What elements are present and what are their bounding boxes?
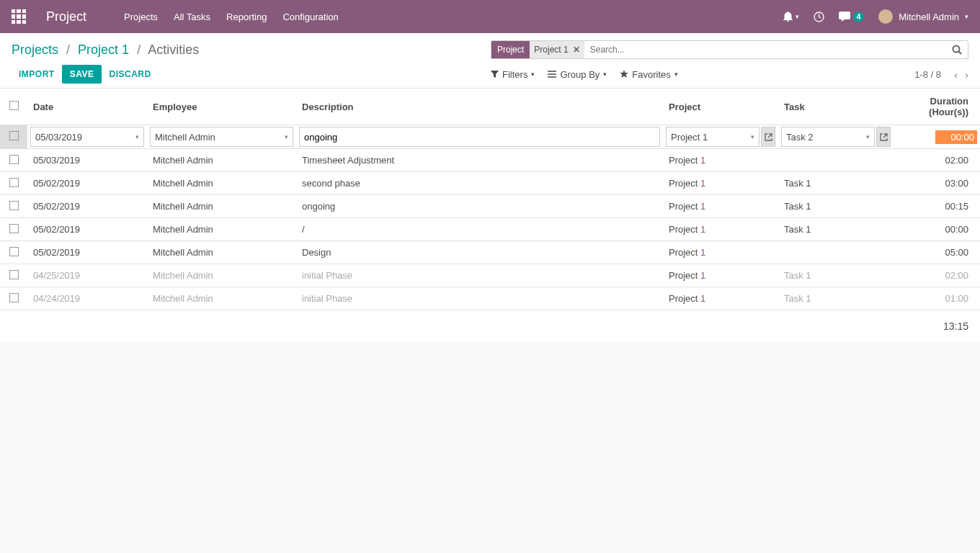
search-icon[interactable] (946, 45, 968, 55)
date-input[interactable]: 05/03/2019▾ (30, 127, 144, 147)
nav-projects[interactable]: Projects (124, 12, 158, 22)
select-all-checkbox[interactable] (9, 101, 19, 110)
cell-duration: 00:00 (894, 218, 980, 241)
row-checkbox[interactable] (9, 247, 19, 256)
col-task[interactable]: Task (778, 89, 894, 125)
search-facet: Project Project 1 ✕ (491, 41, 584, 58)
col-date[interactable]: Date (27, 89, 147, 125)
cell-employee: Mitchell Admin (147, 264, 296, 287)
row-checkbox[interactable] (9, 178, 19, 187)
cell-duration: 02:00 (894, 264, 980, 287)
nav-all-tasks[interactable]: All Tasks (174, 12, 210, 22)
row-checkbox[interactable] (9, 201, 19, 210)
cell-date: 04/25/2019 (27, 264, 147, 287)
breadcrumb-projects[interactable]: Projects (12, 42, 58, 57)
breadcrumb-activities: Activities (148, 42, 199, 57)
pager-prev-icon[interactable]: ‹ (954, 68, 958, 81)
breadcrumb-project-1[interactable]: Project 1 (78, 42, 129, 57)
col-employee[interactable]: Employee (147, 89, 296, 125)
save-button[interactable]: SAVE (62, 65, 102, 84)
total-duration: 13:15 (0, 310, 980, 343)
table-row[interactable]: 04/25/2019Mitchell Admininitial PhasePro… (0, 264, 980, 287)
messages-badge: 4 (853, 12, 865, 22)
edit-row: 05/03/2019▾ Mitchell Admin▾ Project 1▾ T… (0, 125, 980, 149)
cell-duration: 02:00 (894, 149, 980, 172)
cell-date: 05/02/2019 (27, 195, 147, 218)
col-description[interactable]: Description (296, 89, 663, 125)
cell-project: Project 1 (663, 218, 778, 241)
cell-task (778, 241, 894, 264)
col-project[interactable]: Project (663, 89, 778, 125)
facet-value: Project 1 (534, 45, 568, 55)
pager-text[interactable]: 1-8 / 8 (914, 69, 941, 80)
pager-next-icon[interactable]: › (965, 68, 968, 81)
cell-task: Task 1 (778, 264, 894, 287)
messages-icon[interactable]: 4 (839, 12, 865, 22)
row-checkbox[interactable] (9, 293, 19, 302)
table-row[interactable]: 05/02/2019Mitchell Adminsecond phaseProj… (0, 172, 980, 195)
row-checkbox[interactable] (9, 131, 19, 140)
search-input[interactable] (584, 45, 946, 55)
cell-duration: 01:00 (894, 287, 980, 310)
total-row: 13:15 (0, 310, 980, 343)
user-menu[interactable]: Mitchell Admin ▾ (878, 9, 968, 24)
facet-remove-icon[interactable]: ✕ (573, 45, 580, 55)
cell-task: Task 1 (778, 195, 894, 218)
table-row[interactable]: 05/02/2019Mitchell AdminDesignProject 10… (0, 241, 980, 264)
cell-description: / (296, 218, 663, 241)
cell-employee: Mitchell Admin (147, 172, 296, 195)
cell-description: Timesheet Adjustment (296, 149, 663, 172)
bell-icon[interactable]: ▾ (783, 12, 799, 22)
description-input[interactable] (299, 127, 660, 147)
control-panel: Projects / Project 1 / Activities Projec… (0, 33, 980, 89)
cell-description: ongoing (296, 195, 663, 218)
cell-duration: 00:15 (894, 195, 980, 218)
filters-dropdown[interactable]: Filters ▾ (491, 69, 535, 80)
row-checkbox[interactable] (9, 224, 19, 233)
topbar: Project Projects All Tasks Reporting Con… (0, 0, 980, 33)
apps-icon[interactable] (12, 9, 26, 24)
cell-project: Project 1 (663, 172, 778, 195)
duration-input[interactable] (935, 130, 977, 144)
svg-point-1 (953, 46, 960, 53)
favorites-dropdown[interactable]: Favorites ▾ (620, 69, 677, 80)
cell-project: Project 1 (663, 241, 778, 264)
table-row[interactable]: 05/02/2019Mitchell Admin/Project 1Task 1… (0, 218, 980, 241)
cell-description: initial Phase (296, 287, 663, 310)
groupby-label: Group By (560, 69, 600, 80)
table-row[interactable]: 04/24/2019Mitchell Admininitial PhasePro… (0, 287, 980, 310)
favorites-label: Favorites (632, 69, 670, 80)
row-checkbox[interactable] (9, 155, 19, 164)
groupby-dropdown[interactable]: Group By ▾ (548, 69, 607, 80)
row-checkbox[interactable] (9, 270, 19, 279)
cell-description: second phase (296, 172, 663, 195)
task-select[interactable]: Task 2▾ (781, 127, 875, 147)
cell-date: 05/02/2019 (27, 218, 147, 241)
cell-date: 05/03/2019 (27, 149, 147, 172)
search-box[interactable]: Project Project 1 ✕ (491, 40, 968, 59)
table-row[interactable]: 05/03/2019Mitchell AdminTimesheet Adjust… (0, 149, 980, 172)
cell-task: Task 1 (778, 287, 894, 310)
cell-description: initial Phase (296, 264, 663, 287)
clock-icon[interactable] (814, 12, 824, 22)
import-button[interactable]: IMPORT (12, 65, 62, 84)
employee-select[interactable]: Mitchell Admin▾ (150, 127, 293, 147)
cell-task (778, 149, 894, 172)
cell-duration: 05:00 (894, 241, 980, 264)
facet-label: Project (491, 41, 530, 58)
col-duration[interactable]: Duration (Hour(s)) (894, 89, 980, 125)
nav-configuration[interactable]: Configuration (282, 12, 338, 22)
table-row[interactable]: 05/02/2019Mitchell AdminongoingProject 1… (0, 195, 980, 218)
cell-employee: Mitchell Admin (147, 218, 296, 241)
project-select[interactable]: Project 1▾ (666, 127, 760, 147)
cell-date: 05/02/2019 (27, 172, 147, 195)
cell-employee: Mitchell Admin (147, 149, 296, 172)
cell-task: Task 1 (778, 218, 894, 241)
topbar-right: ▾ 4 Mitchell Admin ▾ (783, 9, 968, 24)
nav-reporting[interactable]: Reporting (226, 12, 267, 22)
task-external-link-icon[interactable] (876, 127, 891, 147)
cell-employee: Mitchell Admin (147, 287, 296, 310)
project-external-link-icon[interactable] (761, 127, 775, 147)
cell-project: Project 1 (663, 149, 778, 172)
discard-button[interactable]: DISCARD (102, 65, 158, 84)
